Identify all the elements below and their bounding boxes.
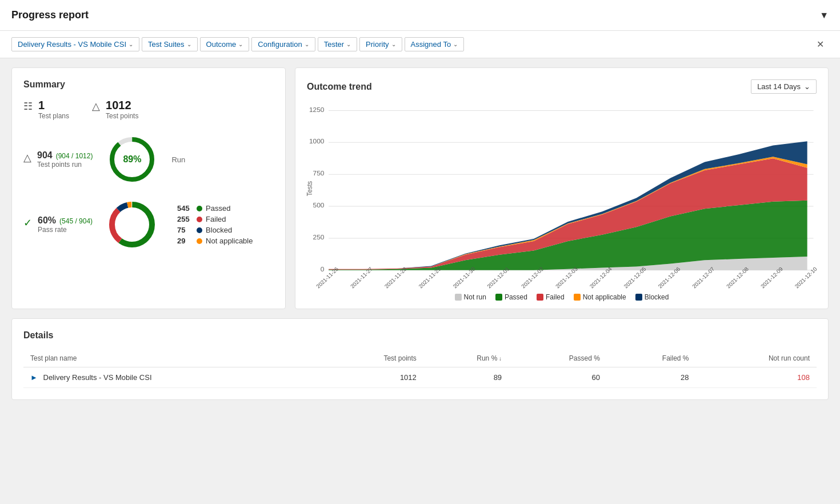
blocked-dot bbox=[197, 227, 202, 233]
test-points-run-info: △ 904 (904 / 1012) Test points run bbox=[23, 150, 93, 169]
outcome-trend-header: Outcome trend Last 14 Days ⌄ bbox=[307, 79, 817, 94]
expand-icon[interactable]: ► bbox=[30, 373, 38, 382]
filter-configuration[interactable]: Configuration ⌄ bbox=[251, 37, 315, 51]
passed-pct-cell: 60 bbox=[509, 367, 607, 388]
test-points-run-sub: (904 / 1012) bbox=[56, 152, 93, 160]
date-range-picker[interactable]: Last 14 Days ⌄ bbox=[751, 79, 817, 94]
pass-rate-sub: (545 / 904) bbox=[59, 217, 93, 225]
pass-rate-label: Pass rate bbox=[38, 226, 93, 234]
chevron-down-icon: ⌄ bbox=[305, 41, 309, 47]
test-points-cell: 1012 bbox=[321, 367, 423, 388]
filter-outcome[interactable]: Outcome ⌄ bbox=[200, 37, 250, 51]
legend-not-applicable-label: Not applicable bbox=[206, 237, 253, 245]
test-plans-icon: ☷ bbox=[23, 100, 33, 113]
details-table-header: Test plan name Test points Run % Passed … bbox=[23, 350, 817, 367]
test-points-icon: △ bbox=[92, 100, 100, 113]
col-failed-pct: Failed % bbox=[607, 350, 696, 367]
run-percent-text: 89% bbox=[123, 154, 141, 165]
chart-legend-failed: Failed bbox=[537, 293, 565, 301]
col-test-points: Test points bbox=[321, 350, 423, 367]
filter-configuration-label: Configuration bbox=[258, 40, 302, 49]
filter-icon[interactable]: ▼ bbox=[819, 10, 829, 21]
filter-bar: Delivery Results - VS Mobile CSI ⌄ Test … bbox=[0, 31, 840, 58]
filter-tester-label: Tester bbox=[324, 40, 344, 49]
checkmark-icon: ✓ bbox=[23, 217, 32, 229]
svg-text:750: 750 bbox=[313, 170, 325, 177]
test-points-run-label: Test points run bbox=[37, 161, 93, 169]
passed-color bbox=[495, 294, 502, 301]
test-plans-count: 1 bbox=[38, 99, 69, 112]
svg-text:500: 500 bbox=[313, 201, 325, 209]
passed-dot bbox=[197, 206, 202, 211]
blocked-color bbox=[635, 294, 642, 301]
svg-text:1000: 1000 bbox=[309, 138, 325, 145]
legend-blocked-count: 75 bbox=[177, 226, 193, 234]
details-table-body: ► Delivery Results - VS Mobile CSI 1012 … bbox=[23, 367, 817, 388]
test-points-run-count: 904 bbox=[37, 150, 53, 161]
filter-priority[interactable]: Priority ⌄ bbox=[359, 37, 402, 51]
pass-rate-row: ✓ 60% (545 / 904) Pass rate bbox=[23, 199, 274, 250]
chart-legend-blocked-label: Blocked bbox=[645, 293, 669, 301]
pass-rate-donut bbox=[106, 199, 158, 250]
summary-stats-row: ☷ 1 Test plans △ 1012 Test points bbox=[23, 99, 274, 120]
test-points-label: Test points bbox=[106, 112, 138, 120]
legend-blocked: 75 Blocked bbox=[177, 226, 253, 234]
legend-not-applicable-count: 29 bbox=[177, 237, 193, 245]
legend-failed-count: 255 bbox=[177, 215, 193, 223]
chevron-down-icon: ⌄ bbox=[187, 41, 191, 47]
close-icon[interactable]: ✕ bbox=[812, 37, 829, 52]
col-passed-pct: Passed % bbox=[509, 350, 607, 367]
failed-color bbox=[537, 294, 543, 301]
outcome-trend-panel: Outcome trend Last 14 Days ⌄ 0 250 500 7… bbox=[295, 67, 829, 309]
chevron-down-icon: ⌄ bbox=[804, 82, 810, 91]
filter-test-suites[interactable]: Test Suites ⌄ bbox=[142, 37, 198, 51]
legend-passed-label: Passed bbox=[206, 204, 230, 213]
chevron-down-icon: ⌄ bbox=[391, 41, 396, 47]
test-points-run-row: △ 904 (904 / 1012) Test points run bbox=[23, 134, 274, 185]
legend-failed-label: Failed bbox=[206, 215, 226, 223]
table-row: ► Delivery Results - VS Mobile CSI 1012 … bbox=[23, 367, 817, 388]
page-title: Progress report bbox=[11, 9, 89, 21]
filter-test-suites-label: Test Suites bbox=[148, 40, 185, 49]
summary-title: Summary bbox=[23, 79, 274, 90]
pass-rate-legend: 545 Passed 255 Failed 75 Blocked bbox=[177, 204, 253, 245]
filter-assigned-to[interactable]: Assigned To ⌄ bbox=[405, 37, 465, 51]
svg-text:0: 0 bbox=[321, 265, 325, 273]
plan-name: Delivery Results - VS Mobile CSI bbox=[43, 373, 152, 382]
legend-passed: 545 Passed bbox=[177, 204, 253, 213]
details-panel: Details Test plan name Test points Run %… bbox=[11, 318, 829, 400]
filter-tester[interactable]: Tester ⌄ bbox=[318, 37, 357, 51]
test-plans-stat: ☷ 1 Test plans bbox=[23, 99, 69, 120]
svg-text:Tests: Tests bbox=[305, 181, 313, 197]
legend-not-applicable: 29 Not applicable bbox=[177, 237, 253, 245]
svg-text:2021-11-26: 2021-11-26 bbox=[315, 266, 339, 289]
top-row: Summary ☷ 1 Test plans △ 1012 Test point… bbox=[11, 67, 829, 309]
filter-delivery-results[interactable]: Delivery Results - VS Mobile CSI ⌄ bbox=[11, 37, 139, 51]
col-not-run-count: Not run count bbox=[695, 350, 817, 367]
run-tag: Run bbox=[171, 155, 185, 164]
chevron-down-icon: ⌄ bbox=[129, 41, 133, 47]
chart-legend-passed: Passed bbox=[495, 293, 527, 301]
chart-legend-blocked: Blocked bbox=[635, 293, 669, 301]
chevron-down-icon: ⌄ bbox=[238, 41, 243, 47]
chart-legend-not-applicable: Not applicable bbox=[574, 293, 626, 301]
not-run-color bbox=[455, 294, 462, 301]
failed-pct-cell: 28 bbox=[607, 367, 696, 388]
pass-rate-info: ✓ 60% (545 / 904) Pass rate bbox=[23, 215, 93, 234]
not-applicable-dot bbox=[197, 238, 202, 244]
not-run-count-cell: 108 bbox=[695, 367, 817, 388]
filter-delivery-results-label: Delivery Results - VS Mobile CSI bbox=[18, 40, 126, 49]
chart-legend-passed-label: Passed bbox=[505, 293, 527, 301]
filter-outcome-label: Outcome bbox=[206, 40, 237, 49]
details-title: Details bbox=[23, 330, 817, 341]
date-range-label: Last 14 Days bbox=[757, 82, 801, 91]
chart-legend-not-run-label: Not run bbox=[464, 293, 486, 301]
details-header-row: Test plan name Test points Run % Passed … bbox=[23, 350, 817, 367]
col-run-pct[interactable]: Run % bbox=[423, 350, 509, 367]
chart-legend: Not run Passed Failed Not applicable bbox=[307, 293, 817, 301]
outcome-chart-svg: 0 250 500 750 1000 1250 Tests bbox=[307, 103, 817, 274]
page-header: Progress report ▼ bbox=[0, 0, 840, 31]
svg-text:1250: 1250 bbox=[309, 106, 325, 113]
col-test-plan-name: Test plan name bbox=[23, 350, 321, 367]
summary-panel: Summary ☷ 1 Test plans △ 1012 Test point… bbox=[11, 67, 286, 309]
